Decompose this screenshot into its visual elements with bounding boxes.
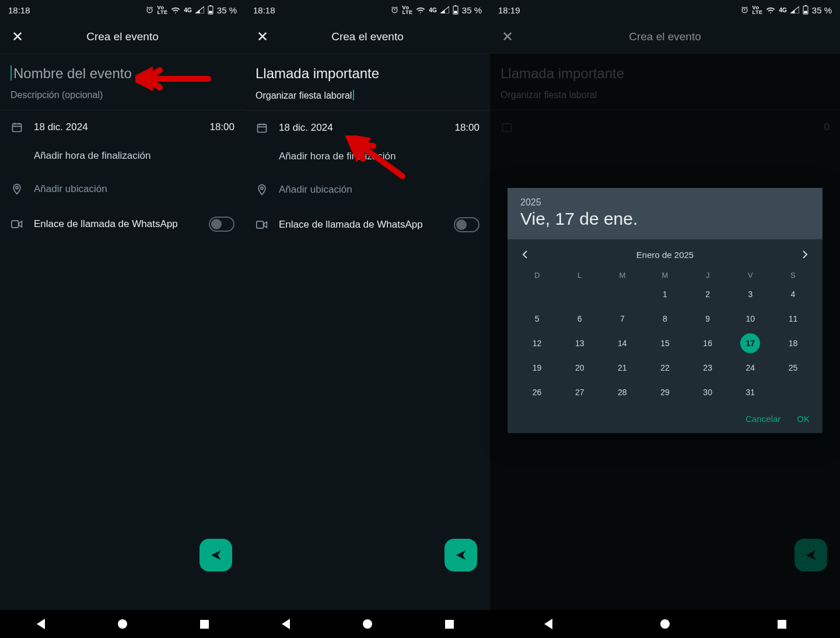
nav-home-icon[interactable] — [363, 619, 372, 629]
annotation-arrow — [135, 64, 211, 93]
screen-3: 18:19 VoLTE 4G 35 % ✕ Crea el evento Lla… — [490, 0, 840, 638]
ok-button[interactable]: OK — [797, 414, 810, 424]
body: Nombre del evento Descripción (opcional)… — [0, 54, 245, 610]
calendar-day[interactable]: 19 — [516, 357, 558, 379]
add-end-time-button[interactable]: Añadir hora de finalización — [0, 144, 245, 172]
location-label: Añadir ubicación — [279, 184, 480, 196]
header: ✕ Crea el evento — [245, 20, 490, 54]
nav-back-icon[interactable] — [37, 619, 45, 629]
time-value[interactable]: 18:00 — [209, 121, 235, 133]
call-link-row: Enlace de llamada de WhatsApp — [0, 206, 245, 242]
nav-back-icon[interactable] — [544, 619, 552, 629]
send-button[interactable] — [444, 539, 477, 571]
nav-bar — [0, 610, 245, 638]
svg-rect-4 — [12, 221, 19, 228]
calendar-day[interactable]: 8 — [643, 308, 686, 330]
alarm-icon — [390, 6, 399, 15]
calendar-day[interactable]: 22 — [643, 357, 686, 379]
prev-month-button[interactable] — [518, 247, 532, 262]
date-value: 18 dic. 2024 — [279, 122, 444, 134]
status-icons: VoLTE 4G 35 % — [390, 5, 482, 15]
dow-cell: D — [516, 271, 558, 280]
signal-icon — [440, 6, 449, 13]
nav-recents-icon[interactable] — [200, 620, 209, 629]
svg-rect-9 — [257, 221, 264, 228]
send-button[interactable] — [200, 539, 232, 571]
status-time: 18:19 — [498, 5, 520, 15]
calendar-day[interactable]: 1 — [643, 283, 686, 305]
calendar-day[interactable]: 16 — [687, 332, 729, 354]
page-title: Crea el evento — [10, 30, 235, 43]
svg-rect-13 — [503, 124, 512, 131]
calendar-day[interactable]: 26 — [516, 381, 558, 403]
svg-rect-1 — [209, 5, 211, 6]
status-icons: VoLTE 4G 35 % — [740, 5, 832, 15]
calendar-icon — [256, 121, 268, 134]
header: ✕ Crea el evento — [490, 20, 840, 54]
svg-rect-8 — [258, 124, 267, 132]
date-value: 18 dic. 2024 — [34, 121, 199, 133]
volte-icon: VoLTE — [158, 5, 168, 15]
calendar-day[interactable]: 3 — [729, 283, 772, 305]
video-icon — [256, 218, 268, 231]
time-value[interactable]: 18:00 — [454, 122, 480, 134]
calendar-day[interactable]: 29 — [643, 381, 686, 403]
send-icon — [209, 549, 222, 562]
calendar-day[interactable]: 2 — [687, 283, 729, 305]
calendar-day[interactable]: 11 — [772, 308, 814, 330]
body: Llamada importante Organizar fiesta labo… — [490, 54, 840, 610]
location-icon — [10, 183, 23, 196]
calendar-day[interactable]: 31 — [729, 381, 772, 403]
nav-home-icon[interactable] — [660, 619, 670, 629]
calendar-day[interactable]: 25 — [772, 357, 814, 379]
calendar-day[interactable]: 4 — [772, 283, 814, 305]
calendar-day[interactable]: 28 — [601, 381, 643, 403]
calendar-day[interactable]: 27 — [558, 381, 601, 403]
description-input[interactable]: Organizar fiesta laboral — [245, 84, 490, 110]
call-link-toggle[interactable] — [454, 217, 480, 232]
date-row[interactable]: 18 dic. 2024 18:00 — [0, 110, 245, 144]
calendar-day[interactable]: 7 — [601, 308, 643, 330]
calendar-day[interactable]: 14 — [601, 332, 643, 354]
calendar-day[interactable]: 20 — [558, 357, 601, 379]
dow-cell: M — [643, 271, 686, 280]
status-bar: 18:19 VoLTE 4G 35 % — [490, 0, 840, 20]
nav-recents-icon[interactable] — [445, 620, 454, 629]
nav-recents-icon[interactable] — [778, 620, 786, 629]
location-row[interactable]: Añadir ubicación — [0, 172, 245, 206]
date-picker-modal: 2025 Vie, 17 de ene. Enero de 2025 DLMMJ… — [508, 188, 822, 433]
date-picker-year[interactable]: 2025 — [520, 197, 810, 208]
calendar-day[interactable]: 9 — [687, 308, 729, 330]
calendar-day[interactable]: 21 — [601, 357, 643, 379]
volte-icon: VoLTE — [402, 5, 413, 15]
battery-pct: 35 % — [812, 5, 832, 15]
calendar-day[interactable]: 18 — [772, 332, 814, 354]
text-cursor-icon — [353, 90, 354, 100]
calendar-day[interactable]: 5 — [516, 308, 558, 330]
calendar-day[interactable]: 10 — [729, 308, 772, 330]
svg-rect-3 — [13, 124, 22, 131]
send-button[interactable] — [794, 539, 827, 571]
nav-home-icon[interactable] — [118, 619, 127, 629]
calendar-day[interactable]: 23 — [687, 357, 729, 379]
location-icon — [256, 183, 268, 196]
call-link-toggle[interactable] — [209, 217, 235, 232]
status-bar: 18:18 VoLTE 4G 35 % — [245, 0, 490, 20]
calendar-day[interactable]: 30 — [687, 381, 729, 403]
text-cursor-icon — [10, 65, 12, 81]
header: ✕ Crea el evento — [0, 20, 245, 54]
event-name-input[interactable]: Llamada importante — [256, 65, 480, 82]
calendar-day[interactable]: 6 — [558, 308, 601, 330]
network-4g-icon: 4G — [779, 7, 786, 13]
next-month-button[interactable] — [798, 247, 812, 262]
date-picker-header[interactable]: 2025 Vie, 17 de ene. — [508, 188, 822, 239]
page-title: Crea el evento — [501, 30, 830, 43]
date-row: 0 — [490, 110, 840, 144]
calendar-day[interactable]: 15 — [643, 332, 686, 354]
calendar-day[interactable]: 13 — [558, 332, 601, 354]
calendar-day[interactable]: 12 — [516, 332, 558, 354]
calendar-day[interactable]: 24 — [729, 357, 772, 379]
calendar-day[interactable]: 17 — [740, 333, 760, 353]
nav-back-icon[interactable] — [282, 619, 290, 629]
cancel-button[interactable]: Cancelar — [746, 414, 780, 424]
